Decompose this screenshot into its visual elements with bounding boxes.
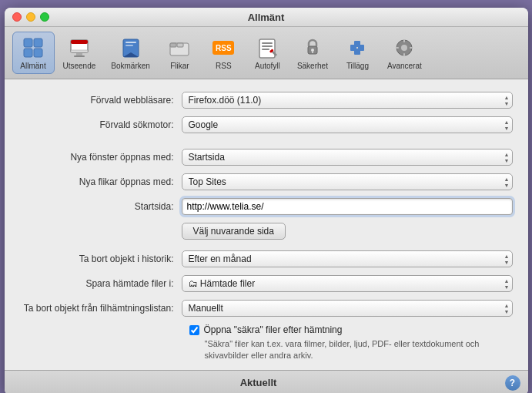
svg-rect-12 — [125, 45, 133, 46]
use-current-button[interactable]: Välj nuvarande sida — [182, 223, 286, 240]
svg-rect-15 — [177, 43, 183, 47]
bottom-bar-label: Aktuellt — [12, 377, 505, 388]
svg-rect-27 — [354, 41, 360, 47]
svg-rect-19 — [262, 49, 269, 50]
remove-downloads-label: Ta bort objekt från filhämtningslistan: — [20, 303, 182, 314]
extensions-icon — [345, 35, 370, 60]
svg-rect-32 — [403, 53, 405, 56]
toolbar-item-bookmarks[interactable]: Bokmärken — [104, 32, 157, 74]
new-windows-row: Nya fönster öppnas med: Startsida — [20, 149, 513, 166]
open-safe-files-row: Öppna "säkra" filer efter hämtning — [189, 324, 513, 335]
titlebar: Allmänt — [5, 8, 528, 27]
help-button[interactable]: ? — [505, 375, 520, 391]
svg-point-23 — [311, 49, 314, 52]
new-tabs-control: Top Sites — [182, 173, 513, 190]
open-safe-files-label: Öppna "säkra" filer efter hämtning — [204, 324, 343, 335]
toolbar-item-rss[interactable]: RSS RSS — [202, 32, 245, 74]
homepage-label: Startsida: — [20, 201, 182, 212]
new-tabs-row: Nya flikar öppnas med: Top Sites — [20, 173, 513, 190]
new-tabs-select[interactable]: Top Sites — [182, 173, 513, 190]
toolbar-label-rss: RSS — [216, 62, 232, 70]
default-search-select[interactable]: Google — [182, 116, 513, 133]
default-browser-select[interactable]: Firefox.döö (11.0) — [182, 92, 513, 109]
window-title: Allmänt — [248, 12, 285, 23]
svg-rect-0 — [24, 39, 32, 47]
autofill-icon — [255, 35, 279, 60]
history-select[interactable]: Efter en månad — [182, 250, 513, 267]
remove-downloads-row: Ta bort objekt från filhämtningslistan: … — [20, 300, 513, 317]
maximize-button[interactable] — [40, 12, 49, 22]
rss-icon: RSS — [211, 35, 236, 60]
checkbox-section: Öppna "säkra" filer efter hämtning "Säkr… — [20, 324, 513, 362]
svg-rect-1 — [34, 39, 42, 47]
toolbar-item-advanced[interactable]: Avancerat — [380, 32, 429, 74]
svg-rect-3 — [34, 49, 42, 57]
toolbar-label-autofill: Autofyll — [255, 62, 280, 70]
new-windows-control: Startsida — [182, 149, 513, 166]
svg-rect-6 — [71, 50, 88, 52]
history-row: Ta bort objekt i historik: Efter en måna… — [20, 250, 513, 267]
window: Allmänt Allmänt — [5, 8, 528, 393]
svg-rect-2 — [24, 49, 32, 57]
open-safe-files-subtext: "Säkra" filer kan t.ex. vara filmer, bil… — [205, 338, 513, 362]
svg-rect-17 — [262, 42, 273, 44]
content-area: Förvald webbläsare: Firefox.döö (11.0) F… — [5, 79, 528, 370]
svg-rect-7 — [76, 53, 82, 55]
toolbar-item-appearance[interactable]: Utseende — [56, 32, 103, 74]
svg-rect-33 — [396, 47, 399, 49]
bookmarks-icon — [119, 35, 143, 60]
history-control: Efter en månad — [182, 250, 513, 267]
default-search-control: Google — [182, 116, 513, 133]
svg-rect-8 — [74, 55, 85, 57]
default-browser-row: Förvald webbläsare: Firefox.döö (11.0) — [20, 92, 513, 109]
svg-rect-18 — [262, 45, 273, 47]
toolbar-label-security: Säkerhet — [297, 62, 328, 70]
save-downloads-row: Spara hämtade filer i: 🗂 Hämtade filer — [20, 275, 513, 292]
new-tabs-select-wrapper: Top Sites — [182, 173, 513, 190]
history-label: Ta bort objekt i historik: — [20, 254, 182, 264]
svg-rect-14 — [170, 43, 176, 47]
svg-rect-28 — [354, 49, 360, 55]
open-safe-files-checkbox[interactable] — [189, 325, 199, 335]
save-downloads-control: 🗂 Hämtade filer — [182, 275, 513, 292]
svg-rect-34 — [410, 47, 413, 49]
toolbar-item-general[interactable]: Allmänt — [12, 32, 55, 74]
remove-downloads-select[interactable]: Manuellt — [182, 300, 513, 317]
new-windows-select-wrapper: Startsida — [182, 149, 513, 166]
default-search-label: Förvald sökmotor: — [20, 119, 182, 130]
save-downloads-label: Spara hämtade filer i: — [20, 278, 182, 289]
toolbar-label-advanced: Avancerat — [387, 62, 422, 70]
save-downloads-select-wrapper: 🗂 Hämtade filer — [182, 275, 513, 292]
advanced-icon — [392, 35, 417, 60]
minimize-button[interactable] — [26, 12, 35, 22]
general-icon — [21, 35, 45, 60]
close-button[interactable] — [12, 12, 22, 22]
default-browser-label: Förvald webbläsare: — [20, 95, 182, 106]
toolbar-item-tabs[interactable]: Flikar — [159, 32, 201, 74]
save-downloads-select[interactable]: 🗂 Hämtade filer — [182, 275, 513, 292]
svg-point-30 — [401, 45, 407, 51]
new-windows-select[interactable]: Startsida — [182, 149, 513, 166]
remove-downloads-control: Manuellt — [182, 300, 513, 317]
toolbar-label-general: Allmänt — [20, 62, 45, 70]
toolbar-label-appearance: Utseende — [63, 62, 96, 70]
toolbar-item-security[interactable]: Säkerhet — [290, 32, 335, 74]
toolbar-label-extensions: Tillägg — [346, 62, 369, 70]
default-browser-control: Firefox.döö (11.0) — [182, 92, 513, 109]
appearance-icon — [67, 35, 92, 60]
security-icon — [300, 35, 325, 60]
homepage-input[interactable] — [182, 198, 513, 215]
default-search-select-wrapper: Google — [182, 116, 513, 133]
svg-rect-11 — [125, 42, 136, 43]
toolbar-label-bookmarks: Bokmärken — [111, 62, 150, 70]
remove-downloads-select-wrapper: Manuellt — [182, 300, 513, 317]
history-select-wrapper: Efter en månad — [182, 250, 513, 267]
tabs-icon — [167, 35, 192, 60]
homepage-control — [182, 198, 513, 215]
toolbar-item-autofill[interactable]: Autofyll — [246, 32, 289, 74]
toolbar: Allmänt Utseende — [5, 27, 528, 79]
traffic-lights — [12, 12, 49, 22]
bottom-bar: Aktuellt ? — [5, 370, 528, 393]
toolbar-item-extensions[interactable]: Tillägg — [336, 32, 379, 74]
default-search-row: Förvald sökmotor: Google — [20, 116, 513, 133]
